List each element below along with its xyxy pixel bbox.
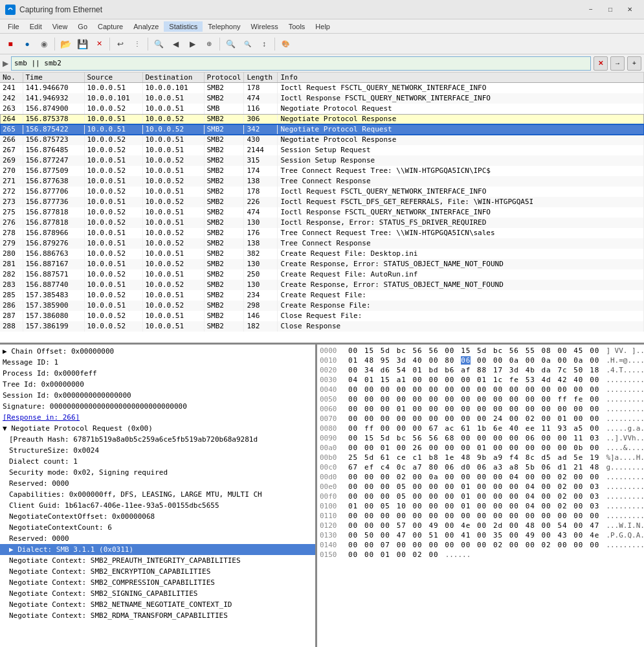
menu-item-go[interactable]: Go [72, 21, 93, 32]
detail-line[interactable]: NegotiateContextCount: 6 [0, 522, 315, 533]
menu-item-statistics[interactable]: Statistics [164, 21, 203, 32]
packet-details[interactable]: ▶ Chain Offset: 0x00000000Message ID: 1P… [0, 345, 317, 647]
table-row[interactable]: 282156.88757110.0.0.5210.0.0.51SMB2250Cr… [0, 269, 644, 280]
col-length[interactable]: Length [244, 73, 278, 83]
apply-filter-button[interactable]: → [610, 56, 625, 71]
save-button[interactable]: 💾 [74, 36, 90, 52]
restart-button[interactable]: ● [19, 36, 35, 52]
hex-offset: 0040 [320, 385, 343, 394]
table-row[interactable]: 267156.87648510.0.0.5210.0.0.51SMB22144S… [0, 145, 644, 155]
table-row[interactable]: 275156.87781810.0.0.5210.0.0.51SMB2474Io… [0, 207, 644, 218]
zoom-in-button[interactable]: 🔍 [223, 36, 238, 52]
detail-line[interactable]: Negotiate Context: SMB2_ENCRYPTION_CAPAB… [0, 566, 315, 577]
hex-panel[interactable]: 000000 15 5d bc 56 56 00 15 5d bc 56 55 … [317, 345, 644, 647]
table-row[interactable]: 265156.87542210.0.0.5110.0.0.52SMB2342Ne… [0, 124, 644, 135]
detail-line[interactable]: ▶ Dialect: SMB 3.1.1 (0x0311) [0, 544, 315, 555]
detail-line[interactable]: Tree Id: 0x00000000 [0, 379, 315, 390]
col-time[interactable]: Time [23, 73, 84, 83]
detail-line[interactable]: Negotiate Context: SMB2_RDMA_TRANSFORM_C… [0, 610, 315, 621]
back-button[interactable]: ◀ [168, 36, 183, 52]
forward-button[interactable]: ▶ [184, 36, 200, 52]
detail-line[interactable]: Message ID: 1 [0, 357, 315, 368]
table-row[interactable]: 288157.38619910.0.0.5210.0.0.51SMB2182Cl… [0, 321, 644, 332]
packet-list[interactable]: No. Time Source Destination Protocol Len… [0, 73, 644, 345]
capture-filter-button[interactable]: ⋮ [129, 36, 145, 52]
table-row[interactable]: 285157.38548310.0.0.5210.0.0.51SMB2234Cr… [0, 290, 644, 301]
col-no[interactable]: No. [0, 73, 23, 83]
table-row[interactable]: 280156.88676310.0.0.5210.0.0.51SMB2382Cr… [0, 249, 644, 259]
detail-line[interactable]: Reserved: 0000 [0, 533, 315, 544]
bookmark-filter-button[interactable]: + [627, 56, 641, 71]
find-button[interactable]: 🔍 [151, 36, 166, 52]
table-row[interactable]: 242141.94693210.0.0.10110.0.0.51SMB2474I… [0, 93, 644, 104]
hex-offset: 00c0 [320, 462, 343, 472]
options-button[interactable]: ◉ [36, 36, 52, 52]
detail-line[interactable]: ▶ Chain Offset: 0x00000000 [0, 346, 315, 357]
col-protocol[interactable]: Protocol [204, 73, 244, 83]
table-row[interactable]: 266156.87572310.0.0.5210.0.0.51SMB2430Ne… [0, 135, 644, 145]
zoom-out-button[interactable]: 🔍 [239, 36, 255, 52]
menu-item-file[interactable]: File [3, 21, 25, 32]
table-row[interactable]: 287157.38608010.0.0.5210.0.0.51SMB2146Cl… [0, 311, 644, 321]
detail-line[interactable]: Security mode: 0x02, Signing required [0, 467, 315, 478]
menu-item-wireless[interactable]: Wireless [246, 21, 283, 32]
table-row[interactable]: 241141.94667010.0.0.5110.0.0.101SMB2178I… [0, 83, 644, 94]
menu-item-edit[interactable]: Edit [25, 21, 47, 32]
detail-line[interactable]: [Response in: 266] [0, 412, 315, 423]
menu-item-view[interactable]: View [47, 21, 73, 32]
detail-line[interactable]: Negotiate Context: SMB2_PREAUTH_INTEGRIT… [0, 555, 315, 566]
colorize-button[interactable]: 🎨 [278, 36, 293, 52]
table-row[interactable]: 272156.87770610.0.0.5210.0.0.51SMB2178Io… [0, 187, 644, 197]
table-row[interactable]: 273156.87773610.0.0.5110.0.0.52SMB2226Io… [0, 197, 644, 207]
table-row[interactable]: 264156.87537810.0.0.5110.0.0.52SMB2306Ne… [0, 114, 644, 124]
reload-button[interactable]: ↩ [113, 36, 128, 52]
goto-button[interactable]: ⊕ [201, 36, 217, 52]
hex-ascii: ...... [445, 550, 641, 560]
table-row[interactable]: 278156.87896610.0.0.5110.0.0.52SMB2176Tr… [0, 228, 644, 238]
open-button[interactable]: 📂 [58, 36, 73, 52]
table-row[interactable]: 286157.38590010.0.0.5110.0.0.52SMB2298Cr… [0, 301, 644, 311]
table-cell: 10.0.0.51 [142, 93, 204, 104]
close-file-button[interactable]: ✕ [91, 36, 107, 52]
table-row[interactable]: 270156.87750910.0.0.5210.0.0.51SMB2174Tr… [0, 166, 644, 176]
table-row[interactable]: 269156.87724710.0.0.5110.0.0.52SMB2315Se… [0, 155, 644, 166]
detail-line[interactable]: Negotiate Context: SMB2_COMPRESSION_CAPA… [0, 577, 315, 588]
detail-line[interactable]: Capabilities: 0x000000ff, DFS, LEASING, … [0, 489, 315, 500]
table-cell: 10.0.0.51 [84, 197, 142, 207]
menu-item-telephony[interactable]: Telephony [203, 21, 245, 32]
detail-line[interactable]: Process Id: 0x0000feff [0, 368, 315, 379]
table-row[interactable]: 281156.88716710.0.0.5110.0.0.52SMB2130Cr… [0, 259, 644, 269]
close-button[interactable]: ✕ [621, 3, 639, 16]
detail-line[interactable]: Negotiate Context: SMB2_NETNAME_NEGOTIAT… [0, 599, 315, 610]
stop-button[interactable]: ■ [3, 36, 18, 52]
zoom-reset-button[interactable]: ↕ [256, 36, 272, 52]
table-row[interactable]: 271156.87763810.0.0.5110.0.0.52SMB2138Tr… [0, 176, 644, 187]
menu-item-capture[interactable]: Capture [93, 21, 128, 32]
clear-filter-button[interactable]: ✕ [594, 56, 608, 71]
table-row[interactable]: 283156.88774010.0.0.5110.0.0.52SMB2130Cr… [0, 280, 644, 290]
menu-item-tools[interactable]: Tools [283, 21, 311, 32]
maximize-button[interactable]: □ [601, 3, 619, 16]
detail-line[interactable]: ▼ Negotiate Protocol Request (0x00) [0, 423, 315, 434]
detail-line[interactable]: StructureSize: 0x0024 [0, 445, 315, 456]
table-row[interactable]: 263156.87490010.0.0.5210.0.0.51SMB116Neg… [0, 104, 644, 114]
menu-item-help[interactable]: Help [310, 21, 335, 32]
detail-line[interactable]: Negotiate Context: SMB2_SIGNING_CAPABILI… [0, 588, 315, 599]
detail-line[interactable]: NegotiateContextOffset: 0x00000068 [0, 511, 315, 522]
menu-item-analyze[interactable]: Analyze [128, 21, 164, 32]
col-source[interactable]: Source [84, 73, 142, 83]
detail-line[interactable]: Signature: 00000000000000000000000000000… [0, 401, 315, 412]
table-cell: SMB [204, 104, 244, 114]
table-row[interactable]: 279156.87927610.0.0.5110.0.0.52SMB2138Tr… [0, 238, 644, 249]
col-destination[interactable]: Destination [142, 73, 204, 83]
detail-line[interactable]: Client Guid: 1b61ac67-406e-11ee-93a5-001… [0, 500, 315, 511]
detail-line[interactable]: Reserved: 0000 [0, 478, 315, 489]
minimize-button[interactable]: − [582, 3, 600, 16]
filter-input[interactable] [11, 56, 591, 71]
table-cell: Tree Connect Request Tree: \\WIN-HTGPGQA… [278, 166, 644, 176]
detail-line[interactable]: Dialect count: 1 [0, 456, 315, 467]
col-info[interactable]: Info [278, 73, 644, 83]
detail-line[interactable]: [Preauth Hash: 67871b519a8a0b5c259a6ce5f… [0, 434, 315, 445]
detail-line[interactable]: Session Id: 0x0000000000000000 [0, 390, 315, 401]
table-row[interactable]: 276156.87781810.0.0.5210.0.0.51SMB2130Io… [0, 218, 644, 228]
